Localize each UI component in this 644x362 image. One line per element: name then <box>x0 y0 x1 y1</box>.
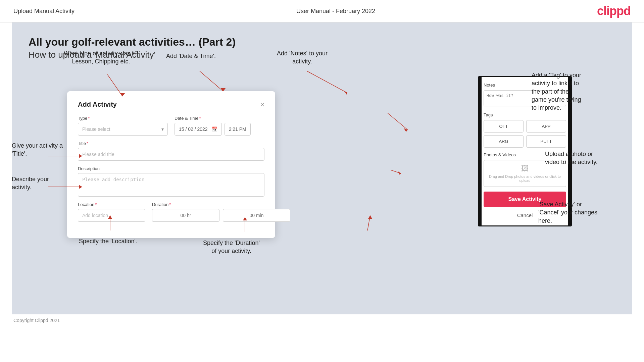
annotation-photos: Upload a photo orvideo to the activity. <box>545 150 619 166</box>
dialog-close-button[interactable]: × <box>260 101 264 108</box>
svg-marker-3 <box>220 88 226 91</box>
annotation-title-text: Give your activity a'Title'. <box>12 142 64 158</box>
annotation-photos-text: Upload a photo orvideo to the activity. <box>545 150 619 166</box>
location-label: Location* <box>78 202 145 207</box>
annotation-location-text: Specify the 'Location'. <box>79 237 137 245</box>
tag-ott[interactable]: OTT <box>484 120 524 133</box>
form-group-datetime: Date & Time* 15 / 02 / 2022 📅 2:21 PM <box>175 116 264 136</box>
duration-label: Duration* <box>152 202 290 207</box>
left-bar <box>479 77 482 225</box>
datetime-label: Date & Time* <box>175 116 264 121</box>
copyright-text: Copyright Clippd 2021 <box>13 318 60 323</box>
description-label: Description <box>78 166 264 171</box>
manual-title: User Manual - February 2022 <box>296 8 375 15</box>
type-label: Type* <box>78 116 168 121</box>
annotation-duration-text: Specify the 'Duration'of your activity. <box>203 239 260 255</box>
annotation-tags: Add a 'Tag' to youractivity to link it t… <box>532 71 619 112</box>
svg-line-2 <box>200 71 223 91</box>
annotation-save: 'Save Activity' or'Cancel' your changesh… <box>538 200 622 225</box>
calendar-icon: 📅 <box>212 126 217 132</box>
svg-line-12 <box>307 71 347 93</box>
form-row-location-duration: Location* Duration* <box>78 202 264 222</box>
svg-line-14 <box>388 113 408 130</box>
form-group-duration: Duration* <box>152 202 290 222</box>
datetime-inputs: 15 / 02 / 2022 📅 2:21 PM <box>175 123 264 136</box>
tag-putt[interactable]: PUTT <box>526 135 566 148</box>
annotation-notes: Add 'Notes' to youractivity. <box>277 49 328 66</box>
svg-line-16 <box>391 170 401 173</box>
annotation-notes-text: Add 'Notes' to youractivity. <box>277 49 328 66</box>
svg-marker-17 <box>398 171 401 175</box>
time-input[interactable]: 2:21 PM <box>225 123 251 136</box>
svg-line-18 <box>367 215 370 230</box>
tag-arg[interactable]: ARG <box>484 135 524 148</box>
footer: Copyright Clippd 2021 <box>0 314 644 326</box>
annotation-save-text: 'Save Activity' or'Cancel' your changesh… <box>538 200 622 225</box>
annotation-title: Give your activity a'Title'. <box>12 142 64 158</box>
title-input[interactable] <box>78 148 264 161</box>
annotation-location: Specify the 'Location'. <box>79 237 137 245</box>
duration-hr-input[interactable] <box>152 209 219 222</box>
form-group-description: Description <box>78 166 264 197</box>
type-select-wrapper: Please select ▾ <box>78 123 168 136</box>
title-label: Title* <box>78 141 264 146</box>
annotation-tags-text: Add a 'Tag' to youractivity to link it t… <box>532 71 619 112</box>
annotation-duration: Specify the 'Duration'of your activity. <box>203 239 260 255</box>
svg-marker-19 <box>368 215 372 219</box>
duration-inputs <box>152 209 290 222</box>
annotation-description: Describe youractivity. <box>12 175 64 192</box>
main-content: All your golf-relevant activities… (Part… <box>12 22 632 314</box>
annotation-activity-type: What type of activity was it?Lesson, Chi… <box>64 49 138 66</box>
description-input[interactable] <box>78 173 264 197</box>
main-headline: All your golf-relevant activities… (Part… <box>29 36 615 48</box>
svg-marker-15 <box>404 128 408 132</box>
duration-min-input[interactable] <box>223 209 290 222</box>
svg-marker-13 <box>344 91 347 95</box>
dialog-header: Add Activity × <box>78 101 264 108</box>
tags-grid: OTT APP ARG PUTT <box>484 120 566 148</box>
date-input[interactable]: 15 / 02 / 2022 📅 <box>175 123 222 136</box>
annotation-activity-type-text: What type of activity was it?Lesson, Chi… <box>64 49 138 66</box>
tags-section-label: Tags <box>484 112 566 117</box>
location-input[interactable] <box>78 209 145 222</box>
tag-app[interactable]: APP <box>526 120 566 133</box>
annotation-description-text: Describe youractivity. <box>12 175 64 192</box>
page-title: Upload Manual Activity <box>13 8 75 15</box>
logo: clippd <box>597 4 631 18</box>
add-activity-dialog: Add Activity × Type* Please select ▾ Dat… <box>67 91 275 238</box>
form-group-title: Title* <box>78 141 264 161</box>
form-group-type: Type* Please select ▾ <box>78 116 168 136</box>
annotation-datetime-text: Add 'Date & Time'. <box>166 52 216 60</box>
annotation-datetime: Add 'Date & Time'. <box>166 52 216 60</box>
dialog-title: Add Activity <box>78 101 117 108</box>
top-bar: Upload Manual Activity User Manual - Feb… <box>0 0 644 22</box>
type-select[interactable]: Please select <box>78 123 168 136</box>
photo-drop-text: Drag and Drop photos and videos or click… <box>484 174 566 183</box>
form-group-location: Location* <box>78 202 145 222</box>
form-row-type-datetime: Type* Please select ▾ Date & Time* 15 / … <box>78 116 264 136</box>
image-icon: 🖼 <box>521 164 529 173</box>
